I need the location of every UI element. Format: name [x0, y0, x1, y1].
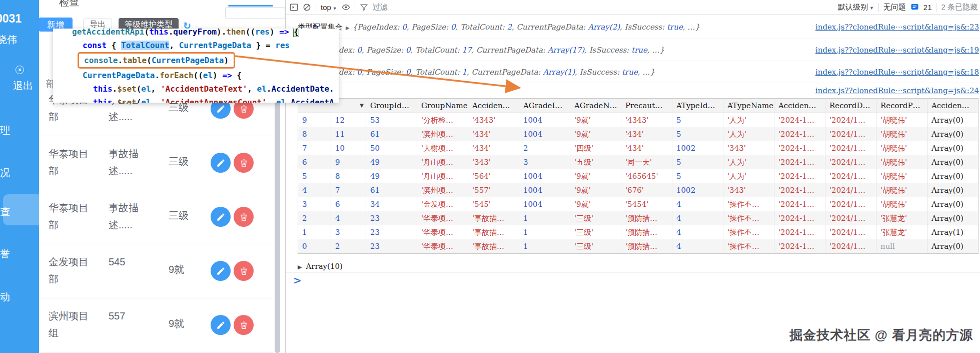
- row-level: 三级: [169, 209, 189, 222]
- table-cell: '545': [468, 197, 519, 211]
- column-header[interactable]: GroupName: [417, 99, 468, 113]
- sidebar-code-label: 0031: [0, 12, 22, 26]
- toolbar-divider: [316, 3, 316, 12]
- column-header[interactable]: GroupId…: [366, 99, 417, 113]
- table-cell: 2: [331, 239, 366, 254]
- column-header[interactable]: Acciden…: [468, 99, 519, 113]
- table-cell: '胡晓伟': [876, 155, 927, 169]
- log-level-selector[interactable]: 默认级别▼: [838, 3, 874, 12]
- table-cell: 61: [366, 183, 417, 197]
- table-cell: '9就': [570, 113, 621, 128]
- table-cell: '舟山项…: [417, 169, 468, 183]
- table-cell: '操作不…: [723, 239, 774, 254]
- expand-triangle-icon[interactable]: ▶: [346, 25, 350, 30]
- source-link[interactable]: index.js??clonedRule⋯script&lang=js&:23: [815, 23, 979, 32]
- live-expression-eye-icon[interactable]: [342, 3, 350, 12]
- column-header[interactable]: RecordD…: [825, 99, 876, 113]
- table-row: 滨州项目组5579就: [39, 298, 273, 352]
- table-cell: '2024-1…: [774, 141, 825, 155]
- table-cell: '分析检…: [417, 113, 468, 128]
- clear-console-icon[interactable]: [303, 3, 311, 12]
- code-line: this.$set(el, 'AccidentAnnexesCount', el…: [72, 96, 339, 103]
- sidebar-item-1[interactable]: 况: [0, 166, 39, 180]
- sidebar-item-3[interactable]: 誉: [0, 247, 39, 261]
- column-header[interactable]: ATypeName: [723, 99, 774, 113]
- delete-button[interactable]: [234, 153, 254, 173]
- console-prompt-icon[interactable]: >: [293, 274, 302, 286]
- context-selector[interactable]: top▼: [321, 3, 337, 12]
- edit-button[interactable]: [211, 315, 231, 335]
- table-cell: '9就': [570, 127, 621, 141]
- console-sidebar-icon[interactable]: [290, 3, 298, 12]
- table-cell: 4: [331, 211, 366, 225]
- edit-button[interactable]: [211, 207, 231, 227]
- table-cell: 8: [331, 169, 366, 183]
- table-cell: 1004: [519, 183, 570, 197]
- table-cell: 5: [298, 169, 331, 183]
- issues-icon[interactable]: [910, 3, 919, 12]
- logout-button[interactable]: 退出: [13, 79, 33, 93]
- column-header[interactable]: Acciden…: [774, 99, 825, 113]
- chevron-down-icon: ▼: [333, 6, 337, 11]
- delete-button[interactable]: [234, 207, 254, 227]
- table-cell: 23: [366, 239, 417, 254]
- filter-input[interactable]: 过滤: [373, 3, 388, 12]
- table-cell: Array(0): [927, 211, 978, 225]
- source-link[interactable]: index.js??clonedRule⋯script&lang=js&:19: [815, 46, 979, 55]
- table-cell: '三级': [570, 225, 621, 239]
- table-cell: Array(0): [927, 113, 978, 128]
- delete-button[interactable]: [234, 261, 254, 281]
- table-cell: null: [876, 239, 927, 254]
- table-cell: '华泰项…: [417, 239, 468, 254]
- row-level: 三级: [169, 155, 189, 168]
- source-link[interactable]: index.js??clonedRule⋯script&lang=js&:18: [815, 68, 979, 77]
- table-cell: Array(0): [927, 155, 978, 169]
- column-header[interactable]: Acciden…: [927, 99, 978, 113]
- table-cell: '华泰项…: [417, 211, 468, 225]
- table-cell: 11: [331, 127, 366, 141]
- column-header[interactable]: AGradeI…: [519, 99, 570, 113]
- table-cell: '4343': [621, 113, 672, 128]
- column-header[interactable]: RecordP…: [876, 99, 927, 113]
- table-cell: 1004: [519, 169, 570, 183]
- table-cell: 8: [298, 127, 331, 141]
- delete-button[interactable]: [234, 315, 254, 335]
- table-cell: '操作不…: [723, 197, 774, 211]
- column-header[interactable]: AGradeN…: [570, 99, 621, 113]
- code-line: const { TotalCount, CurrentPageData } = …: [72, 39, 339, 52]
- table-row: 5849'舟山项…'564'1004'9就''465645'5'人为''2024…: [298, 169, 978, 183]
- column-header[interactable]: ATypeId…: [672, 99, 723, 113]
- edit-button[interactable]: [211, 261, 231, 281]
- table-cell: '事故描…: [468, 211, 519, 225]
- filter-funnel-icon: [360, 3, 368, 12]
- source-link[interactable]: index.js??clonedRule⋯script&lang=js&:24: [815, 86, 979, 95]
- table-cell: '大榭项…: [417, 141, 468, 155]
- table-cell: '2024/1…: [825, 155, 876, 169]
- scrollbar-thumb[interactable]: [275, 88, 280, 353]
- sidebar-item-4[interactable]: 动: [0, 290, 39, 304]
- table-cell: 3: [331, 225, 366, 239]
- column-header[interactable]: Precaut…: [621, 99, 672, 113]
- table-cell: 9: [331, 155, 366, 169]
- expand-triangle-icon[interactable]: ▶: [298, 264, 302, 270]
- table-cell: '2024-1…: [774, 127, 825, 141]
- table-cell: '434': [468, 127, 519, 141]
- table-cell: 3: [519, 155, 570, 169]
- table-row: 2423'华泰项…'事故描…1'三级''预防措…4'操作不…'2024-1…'2…: [298, 211, 978, 225]
- sidebar-item-0[interactable]: 理: [0, 124, 39, 137]
- array-summary[interactable]: ▶Array(10): [298, 262, 343, 271]
- sort-descending-icon: ▼: [360, 103, 364, 108]
- table-cell: '事故描…: [468, 225, 519, 239]
- edit-button[interactable]: [211, 153, 231, 173]
- search-input[interactable]: [225, 7, 285, 19]
- logout-icon[interactable]: ×: [16, 66, 24, 74]
- table-row: 6949'舟山项…'343'3'五级''同一天'5'人为''2024-1…'20…: [298, 155, 978, 169]
- chevron-down-icon: ▼: [869, 6, 874, 11]
- table-cell: '2024/1…: [825, 113, 876, 128]
- sidebar-item-2[interactable]: 查: [0, 205, 39, 219]
- code-snippet-popup: getAccidentRApi(this.queryFrom).then((re…: [53, 29, 339, 103]
- table-cell: '人为': [723, 113, 774, 128]
- table-cell: '胡晓伟': [876, 141, 927, 155]
- console-message: ▶{PageIndex: 0, PageSize: 0, TotalCount:…: [286, 61, 980, 83]
- table-cell: 4: [672, 225, 723, 239]
